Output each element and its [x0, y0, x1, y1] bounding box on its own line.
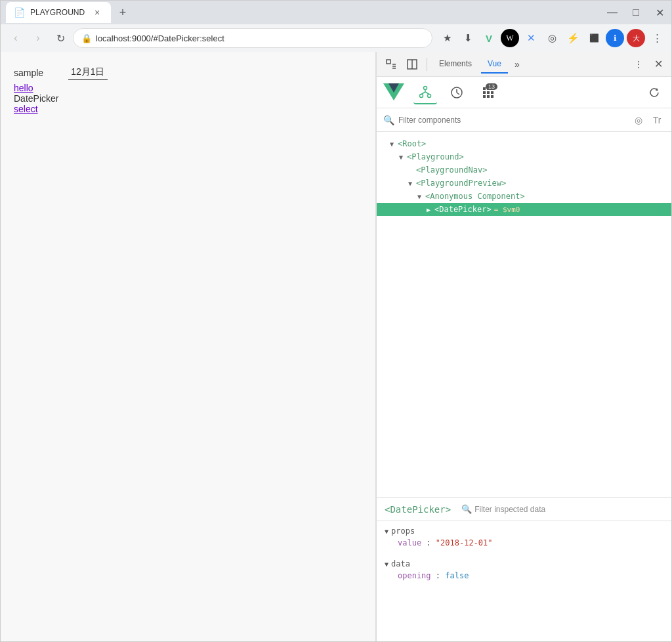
inspect-element-button[interactable]: [382, 55, 400, 74]
turbo-icon[interactable]: ⚡: [564, 29, 582, 47]
component-name-datepicker: <DatePicker>: [434, 205, 492, 214]
svg-rect-24: [487, 95, 490, 98]
address-bar[interactable]: 🔒 localhost:9000/#DatePicker:select: [73, 28, 432, 48]
translate-icon[interactable]: ✕: [522, 29, 540, 47]
tab-elements[interactable]: Elements: [432, 55, 478, 74]
hello-link[interactable]: hello: [14, 83, 33, 93]
tree-arrow-playgroundnav: [406, 165, 415, 175]
data-section: ▼ data opening : false: [377, 554, 671, 587]
data-key-opening: opening: [398, 571, 431, 580]
datepicker-label: DatePicker: [14, 93, 58, 104]
svg-rect-22: [491, 91, 494, 94]
tab-more-button[interactable]: »: [511, 56, 524, 72]
browser-tab[interactable]: 📄 PLAYGROUND ×: [6, 2, 111, 23]
component-tree: ▼ <Root> ▼ <Playground> <PlaygroundNav>: [377, 132, 671, 497]
qr-icon[interactable]: ⬛: [585, 29, 603, 47]
tab-close-button[interactable]: ×: [91, 7, 103, 18]
wiki-icon[interactable]: W: [501, 29, 519, 47]
data-colon: :: [436, 571, 445, 580]
svg-point-9: [420, 94, 423, 97]
tree-item-playgroundpreview[interactable]: ▼ <PlaygroundPreview>: [377, 177, 671, 190]
svg-rect-23: [483, 95, 486, 98]
svg-line-13: [425, 92, 429, 95]
svg-rect-0: [387, 60, 390, 64]
vue-toolbar: 13: [377, 77, 671, 108]
text-size-icon[interactable]: Tr: [649, 112, 665, 128]
vuex-button[interactable]: 13: [476, 81, 500, 104]
reload-button[interactable]: ↻: [51, 28, 70, 48]
data-row-opening: opening : false: [385, 571, 663, 580]
target-icon[interactable]: ◎: [631, 112, 646, 128]
data-value-opening: false: [445, 571, 469, 580]
component-name-playgroundpreview: <PlaygroundPreview>: [416, 179, 506, 188]
component-name-root: <Root>: [398, 139, 426, 148]
inspector-search-icon: 🔍: [461, 504, 472, 514]
devtools-more-options[interactable]: ⋮: [629, 55, 648, 74]
tree-item-playgroundnav[interactable]: <PlaygroundNav>: [377, 163, 671, 177]
tree-item-root[interactable]: ▼ <Root>: [377, 137, 671, 150]
devtools-close-button[interactable]: ✕: [650, 56, 666, 72]
inspector-component-name: <DatePicker>: [385, 504, 451, 515]
select-link[interactable]: select: [14, 104, 362, 114]
devtools-topbar: Elements Vue » ⋮ ✕: [377, 52, 671, 77]
filter-actions: ◎ Tr: [631, 112, 665, 128]
window-controls: — □ ✕: [606, 6, 666, 19]
date-display: 12月1日: [68, 65, 107, 80]
prop-row-value: value : "2018-12-01": [385, 538, 663, 547]
prop-colon: :: [426, 538, 435, 547]
new-tab-button[interactable]: +: [114, 3, 132, 22]
svg-rect-25: [491, 95, 494, 98]
svg-point-10: [428, 94, 431, 97]
main-content: sample 12月1日 hello DatePicker select: [1, 52, 671, 641]
inspector-panel: <DatePicker> 🔍 Filter inspected data ▼ p…: [377, 497, 671, 641]
tree-arrow-anonymous: ▼: [415, 192, 424, 201]
info-icon[interactable]: ℹ: [606, 29, 624, 47]
page-area: sample 12月1日 hello DatePicker select: [1, 52, 376, 641]
props-arrow: ▼: [385, 528, 388, 535]
tree-arrow-datepicker: ▶: [424, 205, 433, 214]
prop-key-value: value: [398, 538, 421, 547]
globe-icon[interactable]: ◎: [543, 29, 561, 47]
tab-title: PLAYGROUND: [30, 8, 85, 17]
history-button[interactable]: [445, 81, 469, 104]
tab-page-icon: 📄: [14, 7, 25, 18]
address-text: localhost:9000/#DatePicker:select: [96, 33, 424, 43]
pocket-icon[interactable]: ⬇: [459, 29, 477, 47]
more-options-button[interactable]: ⋮: [648, 29, 666, 47]
filter-input[interactable]: [398, 116, 627, 125]
tab-vue[interactable]: Vue: [481, 55, 508, 74]
component-tree-button[interactable]: [413, 81, 437, 104]
dock-button[interactable]: [403, 55, 421, 74]
vuejs-icon[interactable]: V: [480, 29, 498, 47]
svg-line-16: [457, 93, 459, 95]
minimize-button[interactable]: —: [606, 6, 619, 19]
user-avatar-icon[interactable]: 大: [627, 29, 645, 47]
component-name-anonymous: <Anonymous Component>: [425, 192, 525, 201]
svg-point-8: [424, 86, 427, 89]
data-arrow: ▼: [385, 561, 388, 568]
tree-arrow-playground: ▼: [396, 152, 406, 161]
tree-item-datepicker[interactable]: ▶ <DatePicker> = $vm0: [377, 203, 671, 216]
refresh-button[interactable]: [642, 81, 666, 104]
props-section: ▼ props value : "2018-12-01": [377, 521, 671, 554]
close-button[interactable]: ✕: [653, 6, 666, 19]
data-section-header[interactable]: ▼ data: [385, 559, 663, 568]
back-button[interactable]: ‹: [6, 28, 26, 48]
forward-button[interactable]: ›: [28, 28, 48, 48]
tree-arrow-playgroundpreview: ▼: [406, 179, 415, 188]
devtools-topbar-right: ⋮ ✕: [629, 55, 666, 74]
browser-window: 📄 PLAYGROUND × + — □ ✕ ‹ › ↻ 🔒 localhost…: [0, 0, 672, 642]
divider: [427, 58, 427, 71]
inspector-filter: 🔍 Filter inspected data: [461, 504, 545, 514]
search-icon: 🔍: [383, 115, 394, 125]
tree-item-anonymous[interactable]: ▼ <Anonymous Component>: [377, 190, 671, 203]
bookmark-star-icon[interactable]: ★: [438, 29, 456, 47]
maximize-button[interactable]: □: [629, 6, 642, 19]
tree-item-playground[interactable]: ▼ <Playground>: [377, 150, 671, 163]
svg-rect-21: [487, 91, 490, 94]
props-section-header[interactable]: ▼ props: [385, 526, 663, 536]
component-name-playground: <Playground>: [407, 152, 464, 161]
nav-icon-group: ★ ⬇ V W ✕ ◎ ⚡ ⬛ ℹ 大 ⋮: [438, 29, 666, 47]
inspector-header: <DatePicker> 🔍 Filter inspected data: [377, 498, 671, 521]
svg-rect-20: [483, 91, 486, 94]
